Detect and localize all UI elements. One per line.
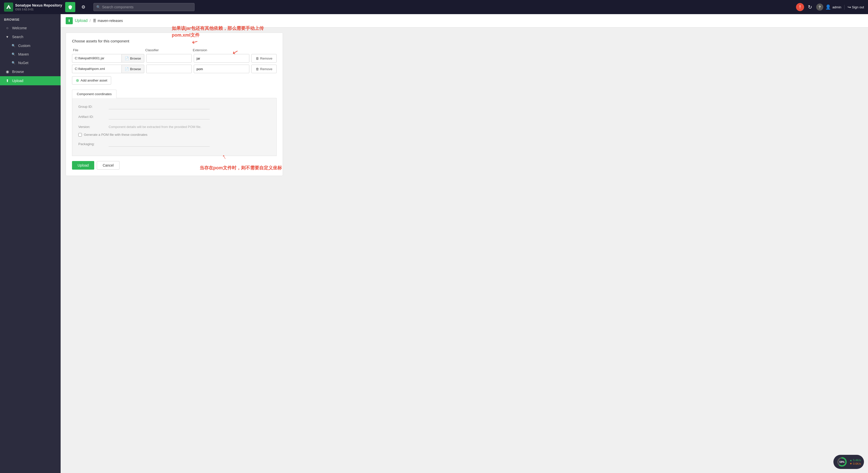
sidebar-item-label-browse: Browse: [12, 70, 24, 74]
remove-button-2[interactable]: 🗑 Remove: [251, 65, 277, 73]
coordinates-panel: Group ID: Artifact ID: Version: Componen…: [72, 98, 277, 156]
status-percent: 59%: [839, 461, 844, 464]
file-icon-2: 📄: [125, 67, 129, 71]
status-donut: 59%: [836, 457, 847, 468]
extension-input-2[interactable]: [194, 65, 249, 73]
remove-button-1[interactable]: 🗑 Remove: [251, 54, 277, 63]
sidebar-item-custom[interactable]: 🔍 Custom: [0, 41, 61, 50]
signout-icon: ↪: [847, 5, 851, 9]
sidebar-item-upload[interactable]: ⬆ Upload: [0, 76, 61, 85]
home-nav-button[interactable]: [65, 2, 75, 12]
browse-button-2[interactable]: 📄 Browse: [122, 65, 144, 73]
down-arrow-icon: ▼: [849, 462, 853, 465]
file-header: File: [73, 48, 143, 52]
up-arrow-icon: ▲: [849, 459, 853, 462]
repo-icon: 🗄: [93, 19, 96, 23]
layout: Browse ○ Welcome ▾ Search 🔍 Custom 🔍 Mav…: [0, 0, 868, 473]
group-id-label: Group ID:: [78, 103, 108, 108]
gear-icon: ⚙: [81, 4, 85, 10]
asset-row-1: C:\fakepath\9001.jar 📄 Browse 🗑 Remove: [72, 54, 277, 63]
breadcrumb-separator: /: [90, 19, 91, 23]
sidebar-item-maven[interactable]: 🔍 Maven: [0, 50, 61, 59]
classifier-input-2[interactable]: [146, 65, 192, 73]
sidebar: Browse ○ Welcome ▾ Search 🔍 Custom 🔍 Mav…: [0, 14, 61, 473]
settings-nav-button[interactable]: ⚙: [78, 2, 88, 12]
help-icon[interactable]: ?: [816, 3, 823, 10]
tab-component-coordinates[interactable]: Component coordinates: [72, 90, 117, 98]
pom-note: Component details will be extracted from…: [108, 124, 202, 129]
version-row: Version: Component details will be extra…: [78, 124, 270, 129]
generate-pom-checkbox[interactable]: [78, 133, 82, 137]
status-speeds: ▲ 5.4K/s ▼ 0.6K/s: [849, 459, 861, 465]
user-icon: 👤: [825, 4, 831, 10]
search-icon: 🔍: [96, 5, 100, 9]
welcome-icon: ○: [5, 26, 9, 30]
upload-card: Choose assets for this component File Cl…: [66, 33, 283, 176]
browse-button-1[interactable]: 📄 Browse: [122, 54, 144, 63]
signout-button[interactable]: ↪ Sign out: [844, 5, 864, 9]
brand-title: Sonatype Nexus Repository: [15, 3, 62, 7]
upload-button[interactable]: Upload: [72, 161, 94, 170]
main-content: ⬆ Upload / 🗄 maven-releases 如果该jar包还有其他依…: [61, 14, 868, 473]
user-label: admin: [832, 5, 841, 9]
sidebar-item-label-custom: Custom: [18, 44, 30, 48]
extension-header: Extension: [193, 48, 248, 52]
breadcrumb-upload-link[interactable]: Upload: [75, 19, 88, 23]
brand-logo: [4, 2, 13, 11]
svg-rect-0: [8, 7, 9, 9]
artifact-id-input[interactable]: [108, 113, 210, 120]
add-asset-button[interactable]: ⊕ Add another asset: [72, 76, 111, 85]
file-icon-1: 📄: [125, 57, 129, 60]
status-widget: 59% ▲ 5.4K/s ▼ 0.6K/s: [833, 455, 864, 469]
group-id-input[interactable]: [108, 103, 210, 109]
classifier-header: Classifier: [145, 48, 191, 52]
nav-right: ! ↻ ? 👤 admin ↪ Sign out: [796, 3, 864, 11]
repo-name: maven-releases: [98, 19, 123, 23]
page-content: 如果该jar包还有其他依赖，那么需要手动上传 pom.xml文件 ↙ ↙ Cho…: [61, 28, 868, 181]
cancel-button[interactable]: Cancel: [97, 161, 120, 170]
sidebar-item-label-maven: Maven: [18, 52, 29, 56]
custom-search-icon: 🔍: [11, 44, 16, 47]
alert-icon[interactable]: !: [796, 3, 804, 11]
sidebar-item-label-search: Search: [12, 35, 23, 39]
file-path-1: C:\fakepath\9001.jar: [72, 54, 122, 63]
sidebar-item-search[interactable]: ▾ Search: [0, 32, 61, 41]
plus-icon: ⊕: [76, 78, 79, 83]
search-input[interactable]: [102, 5, 192, 9]
asset-table-header: File Classifier Extension: [72, 48, 277, 52]
box-icon: [68, 4, 73, 9]
action-header: [250, 48, 276, 52]
extension-input-1[interactable]: [194, 54, 249, 63]
brand-logo-icon: [6, 4, 11, 10]
download-speed: ▼ 0.6K/s: [849, 462, 861, 465]
sidebar-item-welcome[interactable]: ○ Welcome: [0, 24, 61, 32]
card-title: Choose assets for this component: [72, 39, 277, 43]
tabs: Component coordinates: [72, 90, 277, 98]
sidebar-item-nuget[interactable]: 🔍 NuGet: [0, 59, 61, 67]
artifact-id-row: Artifact ID:: [78, 113, 270, 120]
packaging-row: Packaging:: [78, 141, 270, 147]
refresh-icon[interactable]: ↻: [806, 3, 814, 11]
trash-icon-2: 🗑: [256, 67, 259, 71]
sidebar-item-label-nuget: NuGet: [18, 61, 28, 65]
upload-speed: ▲ 5.4K/s: [849, 459, 861, 462]
classifier-input-1[interactable]: [146, 54, 192, 63]
generate-pom-label: Generate a POM file with these coordinat…: [84, 133, 147, 137]
file-input-group-1: C:\fakepath\9001.jar 📄 Browse: [72, 54, 144, 63]
generate-pom-row: Generate a POM file with these coordinat…: [78, 133, 270, 137]
brand: Sonatype Nexus Repository OSS 3.62.0-01: [4, 2, 62, 11]
signout-label: Sign out: [852, 5, 864, 9]
breadcrumb-repo: 🗄 maven-releases: [93, 19, 123, 23]
user-menu[interactable]: 👤 admin: [825, 4, 841, 10]
group-id-row: Group ID:: [78, 103, 270, 109]
packaging-input[interactable]: [108, 141, 210, 147]
sidebar-item-browse[interactable]: ◉ Browse: [0, 67, 61, 76]
sidebar-item-label-upload: Upload: [12, 79, 23, 83]
file-path-2: C:\fakepath\pom.xml: [72, 65, 122, 73]
browse-section-header: Browse: [0, 14, 61, 24]
sidebar-item-label-welcome: Welcome: [12, 26, 27, 30]
brand-subtitle: OSS 3.62.0-01: [15, 7, 62, 11]
file-input-group-2: C:\fakepath\pom.xml 📄 Browse: [72, 65, 144, 73]
navbar: Sonatype Nexus Repository OSS 3.62.0-01 …: [0, 0, 868, 14]
search-nav-icon: ▾: [5, 35, 9, 39]
